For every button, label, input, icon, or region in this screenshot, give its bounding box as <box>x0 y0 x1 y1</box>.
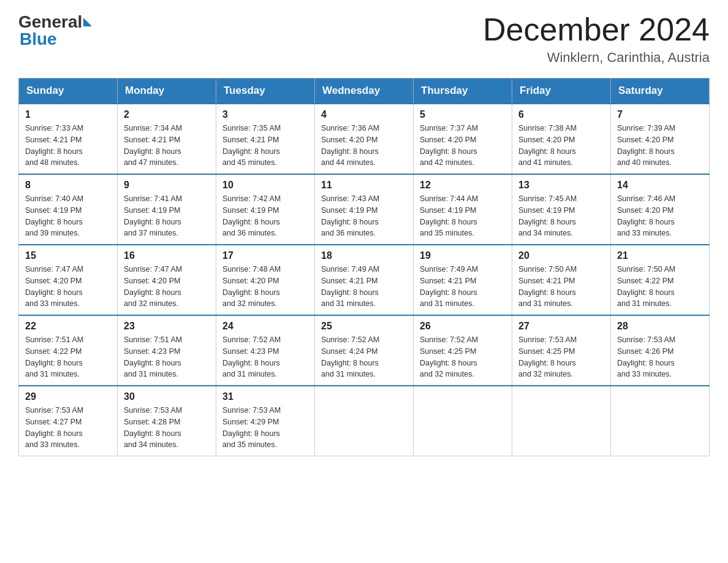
day-info: Sunrise: 7:47 AM Sunset: 4:20 PM Dayligh… <box>124 264 210 310</box>
day-number: 15 <box>25 250 111 261</box>
day-number: 26 <box>420 321 506 332</box>
day-cell <box>315 386 414 456</box>
day-number: 23 <box>124 321 210 332</box>
day-number: 29 <box>25 391 111 402</box>
day-info: Sunrise: 7:45 AM Sunset: 4:19 PM Dayligh… <box>518 193 604 239</box>
day-info: Sunrise: 7:53 AM Sunset: 4:28 PM Dayligh… <box>124 405 210 451</box>
week-row-4: 22 Sunrise: 7:51 AM Sunset: 4:22 PM Dayl… <box>19 315 710 386</box>
day-number: 31 <box>222 391 308 402</box>
day-cell: 22 Sunrise: 7:51 AM Sunset: 4:22 PM Dayl… <box>19 315 118 386</box>
day-info: Sunrise: 7:40 AM Sunset: 4:19 PM Dayligh… <box>25 193 111 239</box>
day-cell: 20 Sunrise: 7:50 AM Sunset: 4:21 PM Dayl… <box>512 245 611 315</box>
day-cell: 2 Sunrise: 7:34 AM Sunset: 4:21 PM Dayli… <box>118 104 216 174</box>
day-number: 10 <box>222 180 308 191</box>
day-info: Sunrise: 7:52 AM Sunset: 4:25 PM Dayligh… <box>420 334 506 380</box>
week-row-1: 1 Sunrise: 7:33 AM Sunset: 4:21 PM Dayli… <box>19 104 710 174</box>
day-number: 16 <box>124 250 210 261</box>
day-info: Sunrise: 7:53 AM Sunset: 4:26 PM Dayligh… <box>617 334 703 380</box>
day-info: Sunrise: 7:49 AM Sunset: 4:21 PM Dayligh… <box>420 264 506 310</box>
day-cell <box>512 386 611 456</box>
day-cell: 31 Sunrise: 7:53 AM Sunset: 4:29 PM Dayl… <box>216 386 315 456</box>
day-info: Sunrise: 7:36 AM Sunset: 4:20 PM Dayligh… <box>321 123 407 169</box>
day-info: Sunrise: 7:42 AM Sunset: 4:19 PM Dayligh… <box>222 193 308 239</box>
day-info: Sunrise: 7:48 AM Sunset: 4:20 PM Dayligh… <box>222 264 308 310</box>
day-info: Sunrise: 7:35 AM Sunset: 4:21 PM Dayligh… <box>222 123 308 169</box>
day-cell: 25 Sunrise: 7:52 AM Sunset: 4:24 PM Dayl… <box>315 315 414 386</box>
day-number: 22 <box>25 321 111 332</box>
day-cell: 4 Sunrise: 7:36 AM Sunset: 4:20 PM Dayli… <box>315 104 414 174</box>
day-cell: 28 Sunrise: 7:53 AM Sunset: 4:26 PM Dayl… <box>611 315 710 386</box>
day-cell: 10 Sunrise: 7:42 AM Sunset: 4:19 PM Dayl… <box>216 174 315 245</box>
day-number: 11 <box>321 180 407 191</box>
day-cell: 7 Sunrise: 7:39 AM Sunset: 4:20 PM Dayli… <box>611 104 710 174</box>
day-cell: 12 Sunrise: 7:44 AM Sunset: 4:19 PM Dayl… <box>414 174 512 245</box>
day-cell: 8 Sunrise: 7:40 AM Sunset: 4:19 PM Dayli… <box>19 174 118 245</box>
day-info: Sunrise: 7:50 AM Sunset: 4:22 PM Dayligh… <box>617 264 703 310</box>
day-info: Sunrise: 7:53 AM Sunset: 4:27 PM Dayligh… <box>25 405 111 451</box>
day-number: 8 <box>25 180 111 191</box>
day-info: Sunrise: 7:46 AM Sunset: 4:20 PM Dayligh… <box>617 193 703 239</box>
day-number: 4 <box>321 109 407 120</box>
header-wednesday: Wednesday <box>315 79 414 104</box>
day-number: 27 <box>518 321 604 332</box>
day-number: 17 <box>222 250 308 261</box>
day-info: Sunrise: 7:37 AM Sunset: 4:20 PM Dayligh… <box>420 123 506 169</box>
day-cell: 5 Sunrise: 7:37 AM Sunset: 4:20 PM Dayli… <box>414 104 512 174</box>
day-cell: 15 Sunrise: 7:47 AM Sunset: 4:20 PM Dayl… <box>19 245 118 315</box>
day-cell: 18 Sunrise: 7:49 AM Sunset: 4:21 PM Dayl… <box>315 245 414 315</box>
page-header: General Blue December 2024 Winklern, Car… <box>18 12 710 66</box>
day-info: Sunrise: 7:34 AM Sunset: 4:21 PM Dayligh… <box>124 123 210 169</box>
logo-triangle-icon <box>83 18 92 26</box>
day-info: Sunrise: 7:53 AM Sunset: 4:29 PM Dayligh… <box>222 405 308 451</box>
title-area: December 2024 Winklern, Carinthia, Austr… <box>483 12 710 66</box>
day-cell <box>611 386 710 456</box>
day-cell: 23 Sunrise: 7:51 AM Sunset: 4:23 PM Dayl… <box>118 315 216 386</box>
day-cell: 3 Sunrise: 7:35 AM Sunset: 4:21 PM Dayli… <box>216 104 315 174</box>
day-cell: 14 Sunrise: 7:46 AM Sunset: 4:20 PM Dayl… <box>611 174 710 245</box>
day-info: Sunrise: 7:51 AM Sunset: 4:23 PM Dayligh… <box>124 334 210 380</box>
day-number: 1 <box>25 109 111 120</box>
day-cell: 30 Sunrise: 7:53 AM Sunset: 4:28 PM Dayl… <box>118 386 216 456</box>
day-info: Sunrise: 7:38 AM Sunset: 4:20 PM Dayligh… <box>518 123 604 169</box>
day-cell: 17 Sunrise: 7:48 AM Sunset: 4:20 PM Dayl… <box>216 245 315 315</box>
calendar-table: Sunday Monday Tuesday Wednesday Thursday… <box>18 78 710 456</box>
week-row-2: 8 Sunrise: 7:40 AM Sunset: 4:19 PM Dayli… <box>19 174 710 245</box>
day-number: 13 <box>518 180 604 191</box>
day-cell: 19 Sunrise: 7:49 AM Sunset: 4:21 PM Dayl… <box>414 245 512 315</box>
day-info: Sunrise: 7:50 AM Sunset: 4:21 PM Dayligh… <box>518 264 604 310</box>
day-cell: 21 Sunrise: 7:50 AM Sunset: 4:22 PM Dayl… <box>611 245 710 315</box>
day-number: 18 <box>321 250 407 261</box>
day-info: Sunrise: 7:44 AM Sunset: 4:19 PM Dayligh… <box>420 193 506 239</box>
day-cell <box>414 386 512 456</box>
weekday-header-row: Sunday Monday Tuesday Wednesday Thursday… <box>19 79 710 104</box>
header-thursday: Thursday <box>414 79 512 104</box>
header-saturday: Saturday <box>611 79 710 104</box>
header-sunday: Sunday <box>19 79 118 104</box>
week-row-5: 29 Sunrise: 7:53 AM Sunset: 4:27 PM Dayl… <box>19 386 710 456</box>
day-number: 20 <box>518 250 604 261</box>
day-info: Sunrise: 7:41 AM Sunset: 4:19 PM Dayligh… <box>124 193 210 239</box>
calendar-title: December 2024 <box>483 12 710 47</box>
day-number: 14 <box>617 180 703 191</box>
day-cell: 29 Sunrise: 7:53 AM Sunset: 4:27 PM Dayl… <box>19 386 118 456</box>
header-monday: Monday <box>118 79 216 104</box>
day-info: Sunrise: 7:47 AM Sunset: 4:20 PM Dayligh… <box>25 264 111 310</box>
day-number: 6 <box>518 109 604 120</box>
day-number: 30 <box>124 391 210 402</box>
day-cell: 11 Sunrise: 7:43 AM Sunset: 4:19 PM Dayl… <box>315 174 414 245</box>
day-number: 21 <box>617 250 703 261</box>
day-info: Sunrise: 7:52 AM Sunset: 4:24 PM Dayligh… <box>321 334 407 380</box>
day-info: Sunrise: 7:51 AM Sunset: 4:22 PM Dayligh… <box>25 334 111 380</box>
day-cell: 1 Sunrise: 7:33 AM Sunset: 4:21 PM Dayli… <box>19 104 118 174</box>
header-tuesday: Tuesday <box>216 79 315 104</box>
day-cell: 13 Sunrise: 7:45 AM Sunset: 4:19 PM Dayl… <box>512 174 611 245</box>
day-number: 28 <box>617 321 703 332</box>
day-number: 3 <box>222 109 308 120</box>
day-info: Sunrise: 7:53 AM Sunset: 4:25 PM Dayligh… <box>518 334 604 380</box>
day-number: 24 <box>222 321 308 332</box>
day-cell: 9 Sunrise: 7:41 AM Sunset: 4:19 PM Dayli… <box>118 174 216 245</box>
day-number: 19 <box>420 250 506 261</box>
day-cell: 6 Sunrise: 7:38 AM Sunset: 4:20 PM Dayli… <box>512 104 611 174</box>
day-cell: 16 Sunrise: 7:47 AM Sunset: 4:20 PM Dayl… <box>118 245 216 315</box>
day-cell: 24 Sunrise: 7:52 AM Sunset: 4:23 PM Dayl… <box>216 315 315 386</box>
